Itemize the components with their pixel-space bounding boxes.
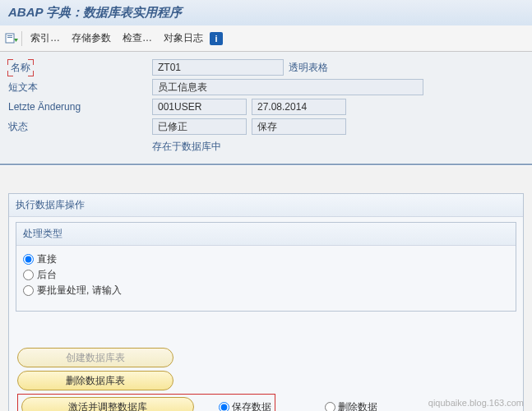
create-table-button: 创建数据库表 <box>17 348 173 367</box>
saved-field: 保存 <box>252 118 346 135</box>
exec-groupbox: 执行数据库操作 处理类型 直接 后台 要批量处理, 请输入 创建数据库表 <box>8 193 524 411</box>
radio-background-input[interactable] <box>23 270 34 280</box>
info-icon[interactable]: i <box>210 32 223 45</box>
radio-direct-label: 直接 <box>37 252 57 266</box>
db-exists-text: 存在于数据库中 <box>152 140 221 154</box>
separator <box>21 31 22 46</box>
name-label: 名称 <box>8 60 33 76</box>
change-date-field: 27.08.2014 <box>252 99 346 115</box>
footer-watermark: qiqubaike.blog.163.com <box>428 398 524 408</box>
radio-direct-input[interactable] <box>23 254 34 265</box>
radio-batch[interactable]: 要批量处理, 请输入 <box>23 284 509 298</box>
svg-marker-3 <box>14 39 18 42</box>
name-field: ZT01 <box>152 59 284 76</box>
radio-delete-data[interactable]: 删除数据 <box>325 400 377 412</box>
proc-type-title: 处理类型 <box>16 223 516 246</box>
radio-save-data-input[interactable] <box>219 402 229 412</box>
radio-batch-input[interactable] <box>23 285 34 296</box>
last-change-label: Letzte Änderung <box>8 101 152 113</box>
title-bar: ABAP 字典：数据库表实用程序 <box>0 0 532 25</box>
radio-delete-data-input[interactable] <box>325 402 335 412</box>
radio-delete-data-label: 删除数据 <box>338 400 377 412</box>
radio-direct[interactable]: 直接 <box>23 252 509 266</box>
status-field: 已修正 <box>152 118 247 135</box>
svg-rect-0 <box>6 34 14 43</box>
radio-background-label: 后台 <box>37 268 57 282</box>
activate-adjust-button[interactable]: 激活并调整数据库 <box>21 397 194 411</box>
status-label: 状态 <box>8 120 152 134</box>
type-text: 透明表格 <box>289 61 328 75</box>
short-text-field: 员工信息表 <box>152 79 423 95</box>
exec-title: 执行数据库操作 <box>9 194 523 217</box>
svg-rect-1 <box>7 35 12 36</box>
window-title: ABAP 字典：数据库表实用程序 <box>8 5 182 19</box>
check-button[interactable]: 检查… <box>118 29 157 48</box>
menu-icon[interactable] <box>5 32 18 45</box>
info-panel: 名称 ZT01 透明表格 短文本 员工信息表 Letzte Änderung 0… <box>0 52 532 165</box>
svg-rect-2 <box>7 37 12 38</box>
radio-save-data-label: 保存数据 <box>232 400 271 412</box>
toolbar: 索引… 存储参数 检查… 对象日志 i <box>0 25 532 52</box>
radio-background[interactable]: 后台 <box>23 268 509 282</box>
radio-save-data[interactable]: 保存数据 <box>219 400 271 412</box>
index-button[interactable]: 索引… <box>25 29 65 48</box>
highlight-box: 激活并调整数据库 保存数据 <box>17 394 275 411</box>
object-log-button[interactable]: 对象日志 <box>159 29 208 48</box>
radio-batch-label: 要批量处理, 请输入 <box>37 284 122 298</box>
short-text-label: 短文本 <box>8 81 152 95</box>
change-user-field: 001USER <box>152 99 247 115</box>
delete-table-button[interactable]: 删除数据库表 <box>17 371 173 390</box>
save-params-button[interactable]: 存储参数 <box>67 29 116 48</box>
